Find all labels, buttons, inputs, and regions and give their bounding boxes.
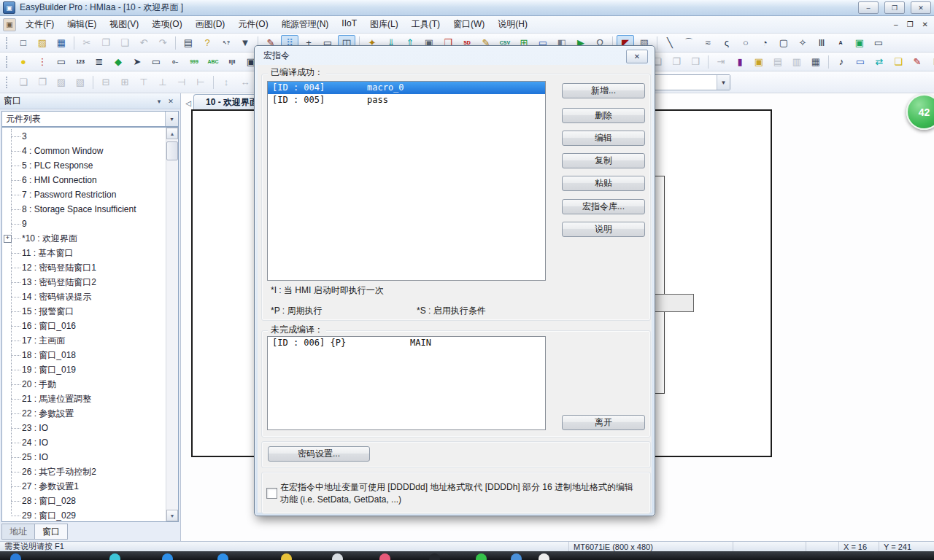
arc-icon[interactable]: ⌒ [680,35,698,51]
menu-item-4[interactable]: 选项(O) [145,16,188,33]
taskbar-app-4-icon[interactable] [281,553,292,560]
tree-item[interactable]: 17 : 主画面 [2,333,166,348]
tree-item[interactable]: 19 : 窗口_019 [2,362,166,377]
mdi-minimize-icon[interactable]: – [894,20,898,28]
chevron-down-icon[interactable]: ▾ [153,96,165,106]
menu-item-2[interactable]: 编辑(E) [61,16,103,33]
barcode-icon[interactable]: ‖|‖ [223,54,241,70]
panel-tab-active[interactable]: 窗口 [34,524,68,540]
mdi-restore-icon[interactable]: ❐ [907,20,914,28]
tree-item[interactable]: 29 : 窗口_029 [2,508,166,522]
polygon-icon[interactable]: ✧ [794,35,811,51]
rect-icon[interactable]: ▢ [775,35,792,51]
gem-icon[interactable]: ◆ [109,54,127,70]
help-button[interactable]: 说明 [562,222,645,237]
dialog-close-button[interactable]: ✕ [626,50,648,63]
download-project-icon[interactable]: ▼ [236,35,254,51]
text-icon[interactable]: A [832,35,849,51]
key-switch-icon[interactable]: o– [166,54,184,70]
recycle-icon[interactable]: ⇄ [871,54,888,70]
uncompiled-macro-list[interactable]: [ID : 006] {P}MAIN [267,336,546,430]
os-taskbar[interactable] [0,551,934,560]
note-window-icon[interactable]: ▭ [147,54,165,70]
spline-icon[interactable]: ≈ [699,35,717,51]
menu-item-12[interactable]: 说明(H) [491,16,534,33]
tree-item[interactable]: 15 : 报警窗口 [2,304,166,319]
line-icon[interactable]: ╲ [661,35,679,51]
expand-icon[interactable]: + [4,235,12,243]
copy-button[interactable]: 复制 [562,153,645,168]
toolbar-grip[interactable] [6,37,9,49]
chevron-down-icon[interactable]: ▾ [165,112,178,126]
level-meter-icon[interactable]: Ⅲ [927,54,934,70]
tree-item[interactable]: 23 : IO [2,421,166,435]
tree-item[interactable]: 7 : Password Restriction [2,187,166,202]
layers-icon[interactable]: ≣ [90,54,108,70]
ellipse-icon[interactable]: ○ [737,35,754,51]
edit-button[interactable]: 编辑 [562,131,645,146]
numeric-123-icon[interactable]: 123 [72,54,89,70]
taskbar-app-9-icon[interactable] [511,553,522,560]
taskbar-app-6-icon[interactable] [379,553,390,560]
traffic-light-icon[interactable]: ⋮ [34,54,51,70]
scale-icon[interactable]: Ⅲ [813,35,830,51]
macro-list-item[interactable]: [ID : 006] {P}MAIN [268,337,545,349]
picture-icon[interactable]: ▣ [851,35,868,51]
state-combo[interactable]: ▼ [647,74,730,90]
bulb-icon[interactable]: ● [15,54,32,70]
tree-item[interactable]: +*10 : 欢迎界面 [2,231,166,246]
tree-item[interactable]: 25 : IO [2,450,166,464]
toolbar-grip[interactable] [6,77,9,88]
macro-library-button[interactable]: 宏指令库... [562,199,645,214]
menu-item-10[interactable]: 工具(T) [405,16,447,33]
print-icon[interactable]: ▤ [180,35,197,51]
scrollbar-thumb[interactable] [166,141,178,160]
paste-button[interactable]: 粘贴 [562,176,645,191]
tree-item[interactable]: 21 : 馬達位置調整 [2,392,166,406]
panel-tab-inactive[interactable]: 地址 [1,524,35,540]
tree-item[interactable]: 27 : 参数设置1 [2,479,166,494]
leave-button[interactable]: 离开 [562,415,645,430]
tree-item[interactable]: 9 [2,217,166,231]
context-help-icon[interactable]: ↖? [217,35,235,51]
tree-item[interactable]: 22 : 参數設置 [2,406,166,421]
tab-scroll-left-icon[interactable]: ◁ [183,96,193,109]
menu-item-9[interactable]: 图库(L) [363,16,405,33]
tree-item[interactable]: 12 : 密码登陆窗口1 [2,260,166,275]
memo-icon[interactable]: ✎ [908,54,926,70]
toolbar-grip[interactable] [6,56,9,68]
menu-item-7[interactable]: 能源管理(N) [275,16,336,33]
scroll-down-icon[interactable]: ▼ [166,510,178,521]
touch-pointer-icon[interactable]: ➤ [128,54,146,70]
minimize-button[interactable]: – [858,1,879,14]
tree-scrollbar[interactable]: ▲ ▼ [166,128,178,521]
tree-item[interactable]: 24 : IO [2,435,166,450]
taskbar-app-3-icon[interactable] [217,553,228,560]
label-library-icon[interactable]: ▦ [807,54,825,70]
taskbar-app-2-icon[interactable] [162,553,173,560]
taskbar-app-7-icon[interactable] [429,553,440,560]
macro-list-item[interactable]: [ID : 004]macro_0 [268,82,545,94]
tree-item[interactable]: 8 : Storage Space Insufficient [2,202,166,217]
taskbar-app-10-icon[interactable] [539,553,549,560]
menu-item-3[interactable]: 视图(V) [103,16,145,33]
tree-item[interactable]: 14 : 密码错误提示 [2,289,166,304]
compiled-macro-list[interactable]: [ID : 004]macro_0[ID : 005]pass [267,81,546,281]
tree-item[interactable]: 18 : 窗口_018 [2,348,166,362]
chevron-down-icon[interactable]: ▼ [717,75,730,90]
sound-icon[interactable]: ♪ [833,54,850,70]
taskbar-app-5-icon[interactable] [332,553,343,560]
tree-item[interactable]: 4 : Common Window [2,144,166,158]
tree-item[interactable]: 3 [2,129,166,144]
menu-item-5[interactable]: 画图(D) [189,16,232,33]
tags-icon[interactable]: ❏ [889,54,907,70]
object-list-combo[interactable]: 元件列表 ▾ [1,111,179,127]
add-button[interactable]: 新增... [562,83,645,98]
macro-editor-icon[interactable]: ▭ [852,54,869,70]
tree-item[interactable]: 5 : PLC Response [2,158,166,173]
tree-item[interactable]: 28 : 窗口_028 [2,494,166,508]
taskbar-app-1-icon[interactable] [109,553,120,560]
tree-item[interactable]: 11 : 基本窗口 [2,246,166,260]
taskbar-app-8-icon[interactable] [476,553,487,560]
menu-item-11[interactable]: 窗口(W) [447,16,491,33]
